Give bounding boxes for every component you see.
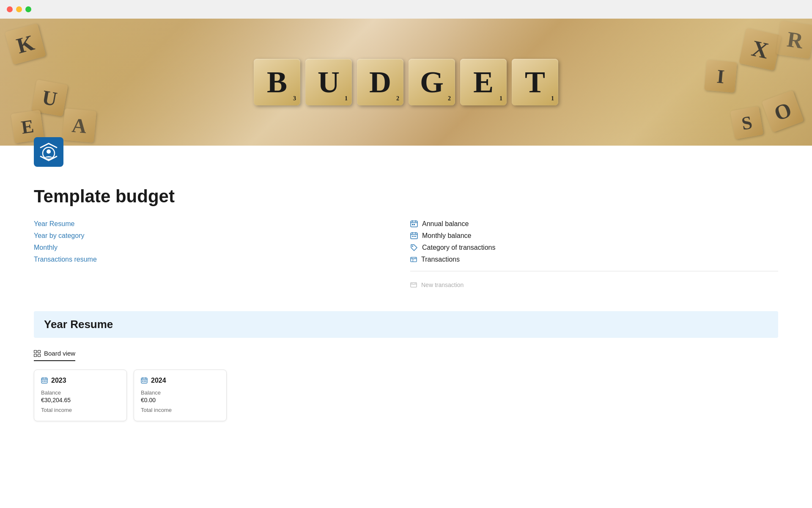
svg-rect-22: [34, 350, 37, 353]
svg-rect-25: [38, 354, 41, 356]
divider: [410, 271, 778, 271]
card-2023-title-row: 2023: [41, 377, 120, 384]
svg-rect-32: [46, 381, 47, 382]
cards-row: 2023 Balance €30,204.65 Total income: [34, 370, 778, 421]
svg-rect-37: [142, 381, 143, 382]
svg-rect-15: [415, 236, 417, 237]
svg-rect-24: [34, 354, 37, 356]
link-monthly-balance[interactable]: Monthly balance: [410, 232, 778, 240]
section-header: Year Resume: [34, 311, 778, 338]
svg-rect-7: [412, 224, 413, 225]
close-button[interactable]: [7, 6, 13, 12]
board-view-label: Board view: [44, 350, 75, 357]
link-year-resume[interactable]: Year Resume: [34, 220, 402, 228]
transactions-label: Transactions: [421, 256, 460, 263]
new-transaction-row[interactable]: New transaction: [410, 279, 778, 291]
right-link-column: Annual balance Monthly balance: [410, 220, 778, 291]
table-icon: [410, 256, 417, 263]
window-chrome: [0, 0, 812, 19]
link-annual-balance[interactable]: Annual balance: [410, 220, 778, 228]
card-2024-balance-label: Balance: [141, 389, 219, 396]
card-2024-title-row: 2024: [141, 377, 219, 384]
card-2024[interactable]: 2024 Balance €0.00 Total income: [134, 370, 227, 421]
svg-rect-31: [44, 381, 45, 382]
tile-g: G2: [409, 59, 455, 105]
card-2023-title: 2023: [51, 377, 66, 384]
new-transaction-label: New transaction: [421, 282, 464, 288]
link-monthly[interactable]: Monthly: [34, 244, 402, 251]
annual-balance-label: Annual balance: [422, 220, 469, 228]
scrabble-tiles: B3 U1 D2 G2 E1 T1: [254, 59, 558, 105]
board-view-tab[interactable]: Board view: [34, 346, 75, 361]
card-2024-balance-value: €0.00: [141, 397, 219, 403]
svg-rect-8: [414, 224, 415, 225]
card-2023[interactable]: 2023 Balance €30,204.65 Total income: [34, 370, 127, 421]
card-2023-income-label: Total income: [41, 407, 120, 413]
links-section: Year Resume Year by category Monthly Tra…: [34, 220, 778, 291]
page-title: Template budget: [34, 186, 778, 207]
card-2024-income-label: Total income: [141, 407, 219, 413]
svg-rect-39: [145, 381, 147, 382]
card-calendar-icon-2024: [141, 377, 148, 384]
year-resume-section: Year Resume Board view: [34, 311, 778, 421]
svg-rect-38: [144, 381, 145, 382]
board-view-icon: [34, 350, 41, 357]
tag-icon: [410, 244, 418, 251]
link-category-transactions[interactable]: Category of transactions: [410, 244, 778, 251]
card-2023-balance-label: Balance: [41, 389, 120, 396]
maximize-button[interactable]: [25, 6, 31, 12]
svg-rect-23: [38, 350, 41, 353]
svg-point-16: [412, 246, 413, 247]
link-transactions[interactable]: Transactions: [410, 256, 778, 263]
hero-banner: K U E X O I S R A B3 U1 D2 G2 E1 T1: [0, 19, 812, 146]
section-title: Year Resume: [44, 318, 768, 331]
tile-b: B3: [254, 59, 300, 105]
monthly-balance-label: Monthly balance: [422, 232, 472, 240]
tile-t: T1: [512, 59, 558, 105]
page-wrapper: K U E X O I S R A B3 U1 D2 G2 E1 T1: [0, 19, 812, 438]
minimize-button[interactable]: [16, 6, 22, 12]
calendar-icon-2: [410, 232, 418, 240]
calendar-icon: [410, 220, 418, 228]
svg-point-2: [47, 149, 51, 154]
left-link-column: Year Resume Year by category Monthly Tra…: [34, 220, 402, 291]
category-transactions-label: Category of transactions: [422, 244, 495, 251]
svg-rect-13: [412, 236, 413, 237]
card-2024-title: 2024: [151, 377, 166, 384]
card-calendar-icon-2023: [41, 377, 48, 384]
svg-rect-14: [414, 236, 415, 237]
content-area: Template budget Year Resume Year by cate…: [0, 171, 812, 438]
tile-u: U1: [305, 59, 352, 105]
link-year-by-category[interactable]: Year by category: [34, 232, 402, 240]
tile-d: D2: [357, 59, 403, 105]
tile-e: E1: [460, 59, 507, 105]
svg-rect-30: [42, 381, 44, 382]
link-transactions-resume[interactable]: Transactions resume: [34, 256, 402, 263]
new-transaction-icon: [410, 282, 417, 288]
page-icon: [34, 137, 63, 167]
page-icon-wrapper: [34, 137, 68, 171]
card-2023-balance-value: €30,204.65: [41, 397, 120, 403]
